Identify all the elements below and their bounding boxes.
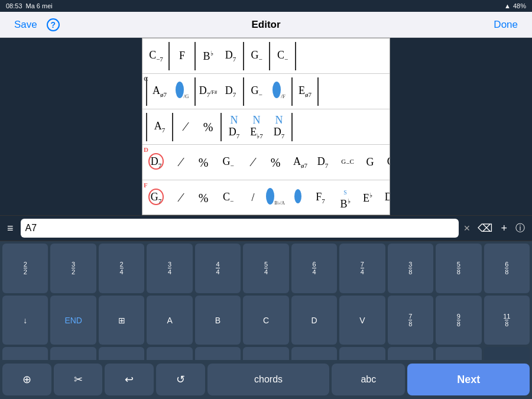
- cell[interactable]: B♭: [197, 48, 219, 64]
- key-d[interactable]: D: [291, 296, 337, 345]
- sheet-row-3: A7 ∕ % ND7 NE♭7 ND7: [142, 109, 390, 145]
- save-button[interactable]: Save: [9, 17, 42, 33]
- key-5-8[interactable]: 58: [436, 244, 481, 293]
- cell[interactable]: D7/F#: [197, 84, 219, 99]
- cell-blue-oval: /G: [171, 80, 193, 102]
- key-grid[interactable]: ⊞: [99, 296, 144, 345]
- key-4-4[interactable]: 44: [195, 244, 241, 293]
- cell[interactable]: G−: [245, 84, 268, 99]
- cell[interactable]: D7: [312, 155, 334, 170]
- key-3-2[interactable]: 32: [50, 244, 96, 293]
- key-11-8[interactable]: 118: [484, 296, 530, 345]
- key-down-arrow[interactable]: ↓: [2, 296, 48, 345]
- cell[interactable]: F: [171, 49, 193, 63]
- input-right-icons: ⌫ + ⓘ: [475, 219, 527, 237]
- cell[interactable]: D7: [219, 84, 242, 99]
- menu-icon[interactable]: ≡: [5, 220, 16, 237]
- input-bar: ≡ ✕ ⌫ + ⓘ: [0, 215, 532, 241]
- status-day: Ma 6 mei: [26, 2, 53, 9]
- editor-canvas[interactable]: C−7 F B♭ D7 G− C− C Aø7 /G D7/F# D7 G− /…: [142, 38, 390, 215]
- cell[interactable]: ∕: [174, 118, 197, 135]
- next-button[interactable]: Next: [407, 364, 530, 395]
- delete-icon-button[interactable]: ⌫: [475, 219, 495, 237]
- cell[interactable]: NE♭7: [245, 113, 268, 140]
- sheet-row-5: F G7 ∕ % C− / B♭/A F7 SB♭ E♭ D7: [142, 180, 390, 215]
- cell[interactable]: Eø7: [294, 84, 316, 99]
- battery-text: 48%: [513, 2, 526, 9]
- cell[interactable]: C−: [271, 48, 294, 64]
- key-b[interactable]: B: [195, 296, 241, 345]
- chord-input[interactable]: [21, 219, 459, 238]
- wifi-icon: ▲: [504, 2, 511, 9]
- key-9-8[interactable]: 98: [436, 296, 481, 345]
- key-6-4[interactable]: 64: [291, 244, 337, 293]
- help-button[interactable]: ?: [47, 18, 60, 31]
- key-5-4[interactable]: 54: [243, 244, 288, 293]
- key-redo[interactable]: ↺: [156, 364, 205, 395]
- main-editor-area: C−7 F B♭ D7 G− C− C Aø7 /G D7/F# D7 G− /…: [0, 38, 532, 215]
- sheet-row-1: C−7 F B♭ D7 G− C−: [142, 38, 390, 74]
- key-undo-arc[interactable]: ↩: [105, 364, 154, 395]
- clear-input-button[interactable]: ✕: [463, 223, 471, 233]
- chords-button[interactable]: chords: [207, 364, 330, 395]
- cell[interactable]: ND7: [268, 113, 290, 140]
- cell[interactable]: Aø7: [148, 84, 171, 99]
- add-icon-button[interactable]: +: [498, 220, 510, 237]
- abc-button[interactable]: abc: [332, 364, 405, 395]
- sheet-row-2: C Aø7 /G D7/F# D7 G− /F Eø7: [142, 74, 390, 109]
- sheet-row-4: D D7 ∕ % G− ∕ % Aø7 D7 G−C G G7: [142, 145, 390, 180]
- done-button[interactable]: Done: [489, 17, 523, 33]
- key-2-2[interactable]: 22: [2, 244, 48, 293]
- cell[interactable]: C−7: [145, 48, 167, 64]
- cell[interactable]: G−: [217, 155, 239, 170]
- cell-percent[interactable]: %: [197, 119, 219, 135]
- key-row-2: ↓ END ⊞ A B C D V 78 98 118: [2, 296, 530, 345]
- key-crosshair[interactable]: ⊕: [2, 364, 51, 395]
- editor-title: Editor: [251, 19, 280, 31]
- key-scissors[interactable]: ✂: [54, 364, 103, 395]
- title-bar: Save ? Editor Done: [0, 12, 532, 38]
- status-time: 08:53: [6, 2, 22, 9]
- key-2-4[interactable]: 24: [99, 244, 144, 293]
- status-bar: 08:53 Ma 6 mei ▲ 48%: [0, 0, 532, 12]
- cell[interactable]: Aø7: [289, 155, 312, 170]
- key-3-4[interactable]: 34: [147, 244, 192, 293]
- key-a[interactable]: A: [147, 296, 192, 345]
- cell[interactable]: D7: [219, 48, 242, 64]
- cell[interactable]: G−: [245, 48, 268, 64]
- key-3-8[interactable]: 38: [388, 244, 433, 293]
- key-c[interactable]: C: [243, 296, 288, 345]
- cell[interactable]: ∕: [170, 154, 192, 170]
- key-row-1: 22 32 24 34 44 54 64 74 38 58 68: [2, 244, 530, 293]
- key-6-8[interactable]: 68: [484, 244, 530, 293]
- key-7-4[interactable]: 74: [339, 244, 385, 293]
- bottom-row: ⊕ ✂ ↩ ↺ chords abc Next: [0, 360, 532, 399]
- cell[interactable]: ND7: [223, 113, 245, 140]
- info-icon-button[interactable]: ⓘ: [513, 220, 527, 237]
- key-7-8[interactable]: 78: [388, 296, 433, 345]
- cell-blue-oval2: /F: [268, 80, 290, 102]
- key-v[interactable]: V: [339, 296, 385, 345]
- cell[interactable]: A7: [148, 119, 171, 135]
- question-icon: ?: [50, 20, 56, 30]
- cell-circled2[interactable]: G7: [145, 190, 167, 206]
- cell-circled[interactable]: D7: [145, 155, 167, 170]
- cell-blue-oval3: B♭/A: [264, 187, 287, 209]
- key-end[interactable]: END: [50, 296, 96, 345]
